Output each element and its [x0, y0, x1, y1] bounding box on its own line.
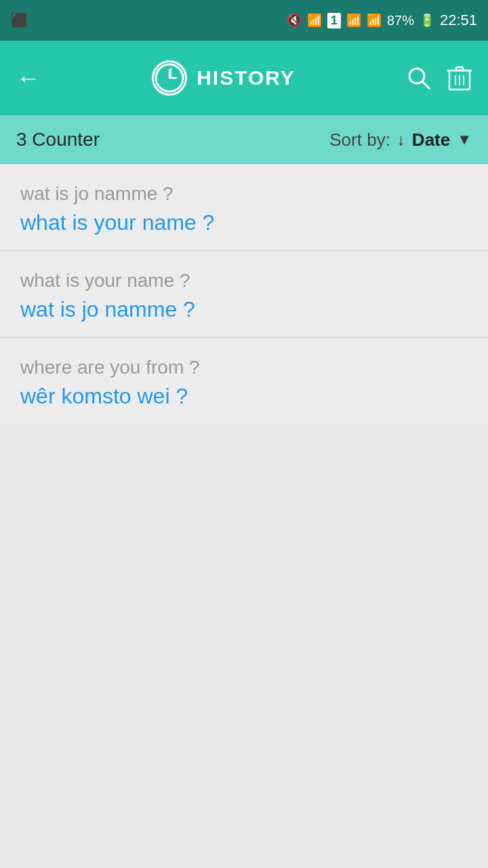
sort-arrow-icon: ↓	[397, 130, 405, 149]
sort-date-label: Date	[412, 130, 450, 151]
sort-section[interactable]: Sort by: ↓ Date ▼	[329, 130, 472, 151]
sort-by-label: Sort by:	[329, 130, 390, 151]
signal1-icon: 📶	[346, 13, 361, 28]
search-button[interactable]	[407, 66, 431, 90]
sim-icon: 1	[327, 13, 341, 28]
dropdown-arrow-icon: ▼	[457, 131, 472, 149]
counter-text: 3 Counter	[16, 129, 100, 151]
battery-icon: 🔋	[420, 13, 434, 28]
app-bar-title: HISTORY	[197, 66, 296, 90]
app-bar-icons	[407, 64, 472, 92]
time-text: 22:51	[440, 12, 477, 29]
translated-text: wêr komsto wei ?	[20, 384, 468, 409]
list-item[interactable]: what is your name ? wat is jo namme ?	[0, 251, 488, 338]
list-item[interactable]: where are you from ? wêr komsto wei ?	[0, 338, 488, 424]
app-bar-center: HISTORY	[152, 60, 296, 96]
status-bar-right: 🔇 📶 1 📶 📶 87% 🔋 22:51	[287, 12, 477, 29]
translated-text: wat is jo namme ?	[20, 297, 468, 322]
sub-header: 3 Counter Sort by: ↓ Date ▼	[0, 115, 488, 164]
app-bar: ← HISTORY	[0, 41, 488, 115]
trash-icon	[447, 64, 472, 92]
battery-text: 87%	[387, 13, 414, 28]
wifi-icon: 📶	[307, 13, 322, 28]
history-clock-icon	[152, 60, 187, 96]
svg-line-4	[422, 81, 429, 88]
search-icon	[407, 66, 431, 90]
source-text: wat is jo namme ?	[20, 183, 468, 205]
source-text: what is your name ?	[20, 270, 468, 292]
back-button[interactable]: ←	[16, 64, 41, 92]
list-item[interactable]: wat is jo namme ? what is your name ?	[0, 164, 488, 251]
screen-icon: ⬛	[11, 12, 28, 28]
delete-button[interactable]	[447, 64, 472, 92]
history-list: wat is jo namme ? what is your name ? wh…	[0, 164, 488, 424]
signal2-icon: 📶	[367, 13, 382, 28]
translated-text: what is your name ?	[20, 210, 468, 235]
mute-icon: 🔇	[287, 13, 302, 28]
status-bar: ⬛ 🔇 📶 1 📶 📶 87% 🔋 22:51	[0, 0, 488, 41]
source-text: where are you from ?	[20, 357, 468, 378]
status-bar-left: ⬛	[11, 12, 28, 28]
